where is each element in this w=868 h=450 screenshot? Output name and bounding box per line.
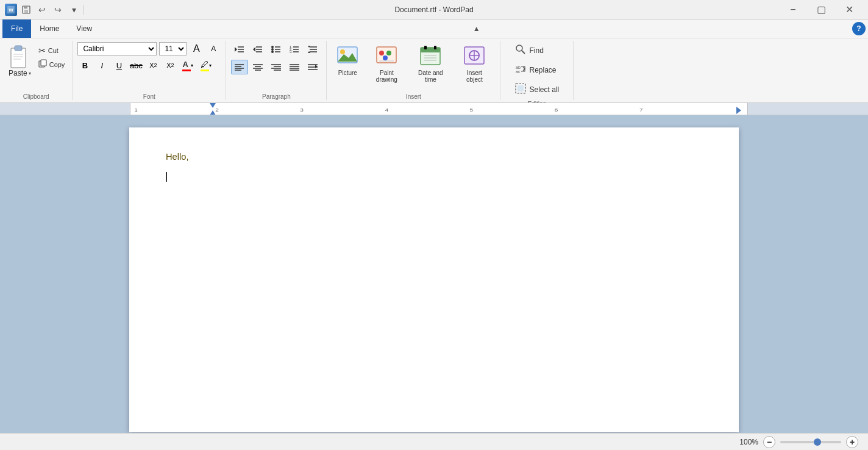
- paint-drawing-icon: [375, 45, 397, 68]
- document-paragraph-1: Hello,: [166, 152, 702, 162]
- paste-label: Paste: [9, 69, 27, 77]
- svg-text:4: 4: [385, 107, 388, 113]
- select-all-button[interactable]: Select all: [511, 81, 563, 98]
- editing-group: Find ab ac Replace: [500, 41, 574, 100]
- paragraph-label: Paragraph: [262, 93, 291, 100]
- replace-label: Replace: [530, 66, 557, 74]
- highlight-color-button[interactable]: 🖊 ▾: [198, 59, 214, 72]
- undo-quick-btn[interactable]: ↩: [35, 3, 49, 16]
- ribbon: File Home View ▲ ?: [0, 20, 868, 103]
- editing-content: Find ab ac Replace: [511, 41, 563, 99]
- document-area: Hello,: [0, 115, 868, 434]
- paste-button[interactable]: Paste ▾: [5, 42, 35, 79]
- zoom-slider[interactable]: [780, 441, 841, 443]
- copy-button[interactable]: Copy: [36, 58, 68, 71]
- zoom-out-button[interactable]: −: [763, 436, 775, 448]
- svg-marker-15: [235, 47, 237, 52]
- save-quick-btn[interactable]: [20, 3, 33, 16]
- insert-object-button[interactable]: Insert object: [454, 42, 495, 85]
- date-time-icon: [419, 45, 441, 68]
- help-button[interactable]: ?: [852, 22, 866, 35]
- svg-rect-81: [518, 85, 524, 91]
- font-grow-button[interactable]: A: [189, 42, 204, 55]
- insert-label: Insert: [406, 93, 421, 100]
- subscript-button[interactable]: X2: [146, 59, 160, 72]
- picture-button[interactable]: Picture: [332, 42, 363, 79]
- insert-object-icon: [463, 45, 485, 68]
- font-shrink-button[interactable]: A: [206, 42, 221, 55]
- line-spacing-button[interactable]: [304, 42, 321, 57]
- right-to-left-button[interactable]: [304, 60, 321, 74]
- italic-button[interactable]: I: [94, 59, 109, 72]
- cut-button[interactable]: ✂ Cut: [36, 45, 68, 57]
- bullets-button[interactable]: [268, 42, 285, 57]
- font-size-select[interactable]: 11: [159, 42, 187, 55]
- svg-text:5: 5: [470, 107, 474, 113]
- insert-content: Picture Paint drawing: [332, 41, 495, 92]
- svg-text:6: 6: [555, 107, 558, 113]
- paragraph-group: 1.2.3.: [226, 41, 327, 100]
- svg-marker-56: [315, 65, 318, 68]
- svg-point-22: [271, 51, 274, 53]
- insert-group: Picture Paint drawing: [327, 41, 500, 100]
- svg-marker-19: [253, 47, 255, 52]
- paint-drawing-label: Paint drawing: [371, 70, 402, 83]
- align-left-button[interactable]: [231, 60, 248, 74]
- select-all-icon: [515, 83, 526, 96]
- redo-quick-btn[interactable]: ↪: [51, 3, 65, 16]
- font-row-2: B I U abc X2 X2 A ▾ 🖊: [77, 59, 214, 72]
- decrease-indent-button[interactable]: [231, 42, 248, 57]
- increase-indent-button[interactable]: [249, 42, 266, 57]
- svg-point-76: [516, 45, 522, 51]
- app-icon: W: [5, 4, 17, 16]
- find-label: Find: [530, 46, 544, 55]
- document-paragraph-2: [166, 171, 702, 182]
- align-center-button[interactable]: [249, 60, 266, 74]
- cut-label: Cut: [48, 47, 59, 54]
- superscript-button[interactable]: X2: [163, 59, 177, 72]
- svg-line-77: [522, 51, 525, 54]
- strikethrough-button[interactable]: abc: [129, 59, 143, 72]
- justify-button[interactable]: [286, 60, 303, 74]
- document-content[interactable]: Hello,: [166, 152, 702, 182]
- clipboard-group: Paste ▾ ✂ Cut: [0, 41, 73, 100]
- bold-button[interactable]: B: [77, 59, 92, 72]
- svg-text:7: 7: [639, 107, 643, 113]
- ruler-white-area: 1 2 3 4 5 6 7: [130, 103, 748, 115]
- ribbon-collapse-btn[interactable]: ▲: [470, 22, 483, 35]
- status-bar: 100% − +: [0, 433, 868, 450]
- select-all-label: Select all: [530, 85, 560, 94]
- ruler: 1 2 3 4 5 6 7: [0, 103, 868, 115]
- close-button[interactable]: ✕: [835, 0, 863, 20]
- find-button[interactable]: Find: [511, 42, 547, 59]
- svg-text:W: W: [9, 7, 13, 13]
- customize-quick-btn[interactable]: ▾: [67, 3, 80, 16]
- svg-point-58: [340, 49, 345, 54]
- paint-drawing-button[interactable]: Paint drawing: [366, 42, 407, 85]
- replace-button[interactable]: ab ac Replace: [511, 62, 560, 79]
- tab-file[interactable]: File: [2, 20, 31, 38]
- title-bar: W ↩ ↪ ▾ Document.rtf - WordPad − ▢ ✕: [0, 0, 868, 20]
- svg-rect-5: [11, 48, 26, 68]
- svg-point-62: [386, 51, 391, 55]
- font-family-select[interactable]: Calibri: [77, 42, 157, 55]
- tab-view[interactable]: View: [68, 20, 101, 38]
- svg-rect-67: [424, 46, 427, 49]
- align-right-button[interactable]: [268, 60, 285, 74]
- clipboard-small-btns: ✂ Cut Copy: [36, 42, 68, 71]
- minimize-button[interactable]: −: [779, 0, 807, 20]
- font-color-button[interactable]: A ▾: [180, 59, 196, 72]
- date-time-button[interactable]: Date and time: [410, 42, 451, 85]
- tab-home[interactable]: Home: [31, 20, 68, 38]
- insert-object-label: Insert object: [458, 70, 490, 83]
- ribbon-content: Paste ▾ ✂ Cut: [0, 38, 868, 102]
- zoom-in-button[interactable]: +: [846, 436, 858, 448]
- maximize-button[interactable]: ▢: [807, 0, 835, 20]
- numbered-list-button[interactable]: 1.2.3.: [286, 42, 303, 57]
- find-icon: [515, 44, 526, 57]
- picture-label: Picture: [338, 70, 357, 76]
- svg-rect-11: [41, 60, 46, 66]
- cut-icon: ✂: [38, 46, 46, 55]
- underline-button[interactable]: U: [112, 59, 126, 72]
- svg-text:ab: ab: [516, 65, 521, 70]
